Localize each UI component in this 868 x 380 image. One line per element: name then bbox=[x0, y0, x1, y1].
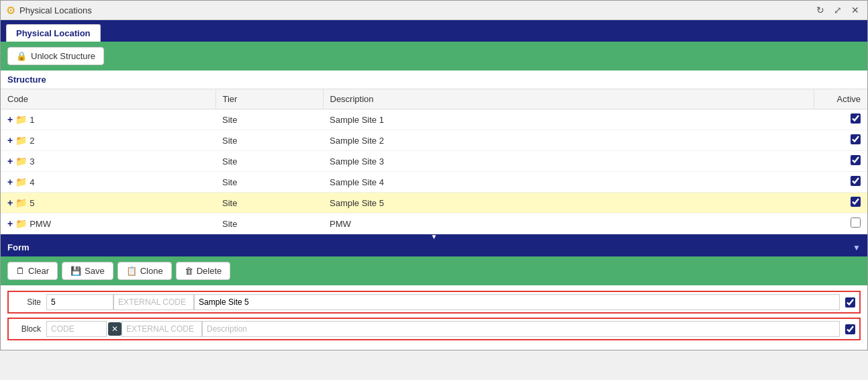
clear-icon: 🗒 bbox=[16, 266, 25, 276]
cell-tier: Site bbox=[215, 130, 323, 151]
clear-button[interactable]: 🗒 Clear bbox=[7, 262, 58, 280]
block-description-input[interactable] bbox=[202, 321, 840, 337]
folder-icon: 📁 bbox=[15, 177, 27, 187]
cell-tier: Site bbox=[215, 172, 323, 193]
expand-icon[interactable]: + bbox=[7, 135, 13, 146]
cell-code: +📁2 bbox=[1, 130, 215, 151]
cell-active bbox=[814, 172, 867, 193]
cell-code: +📁3 bbox=[1, 151, 215, 172]
cell-tier: Site bbox=[215, 109, 323, 130]
expand-icon[interactable]: + bbox=[7, 177, 13, 187]
folder-icon: 📁 bbox=[15, 135, 27, 146]
tab-bar: Physical Location bbox=[1, 20, 867, 42]
clone-button[interactable]: 📋 Clone bbox=[117, 262, 172, 280]
block-active-checkbox[interactable] bbox=[845, 324, 855, 334]
expand-icon[interactable]: + bbox=[7, 114, 13, 125]
cell-description: PMW bbox=[323, 213, 814, 234]
folder-icon: 📁 bbox=[15, 156, 27, 167]
table-row[interactable]: +📁1SiteSample Site 1 bbox=[1, 109, 867, 130]
cell-code: +📁PMW bbox=[1, 213, 215, 234]
table-row[interactable]: +📁5SiteSample Site 5 bbox=[1, 193, 867, 213]
clear-label: Clear bbox=[28, 266, 49, 276]
code-value: 5 bbox=[30, 198, 34, 208]
title-bar-left: ⚙ Physical Locations bbox=[6, 4, 92, 17]
cell-code: +📁4 bbox=[1, 172, 215, 193]
save-icon: 💾 bbox=[70, 266, 81, 276]
structure-header: Structure bbox=[1, 70, 867, 89]
cell-tier: Site bbox=[215, 151, 323, 172]
app-icon: ⚙ bbox=[6, 4, 15, 17]
block-label: Block bbox=[13, 324, 46, 334]
site-ext-code-input[interactable] bbox=[113, 294, 194, 310]
table-row[interactable]: +📁PMWSitePMW bbox=[1, 213, 867, 234]
structure-section: Structure Code Tier Description Active +… bbox=[1, 70, 867, 234]
table-header-row: Code Tier Description Active bbox=[1, 89, 867, 109]
lock-icon: 🔒 bbox=[16, 51, 27, 61]
cell-description: Sample Site 4 bbox=[323, 172, 814, 193]
site-active-checkbox[interactable] bbox=[845, 297, 855, 307]
folder-icon: 📁 bbox=[15, 114, 27, 125]
active-checkbox[interactable] bbox=[851, 176, 861, 186]
code-value: 1 bbox=[30, 115, 34, 125]
cell-active bbox=[814, 193, 867, 213]
cell-tier: Site bbox=[215, 213, 323, 234]
unlock-structure-button[interactable]: 🔒 Unlock Structure bbox=[7, 47, 104, 65]
delete-button[interactable]: 🗑 Delete bbox=[176, 262, 231, 280]
clone-icon: 📋 bbox=[126, 266, 137, 276]
active-checkbox[interactable] bbox=[851, 218, 861, 228]
code-value: 3 bbox=[30, 156, 34, 167]
unlock-label: Unlock Structure bbox=[31, 51, 95, 61]
col-description: Description bbox=[323, 89, 814, 109]
active-checkbox[interactable] bbox=[851, 113, 861, 124]
block-code-input[interactable] bbox=[46, 321, 107, 337]
active-checkbox[interactable] bbox=[851, 134, 861, 144]
expand-icon[interactable]: + bbox=[7, 218, 13, 229]
delete-icon: 🗑 bbox=[185, 266, 193, 276]
tab-label: Physical Location bbox=[16, 28, 91, 38]
cell-description: Sample Site 5 bbox=[323, 193, 814, 213]
close-button[interactable]: ✕ bbox=[849, 3, 862, 17]
main-window: ⚙ Physical Locations ↻ ⤢ ✕ Physical Loca… bbox=[0, 0, 868, 350]
cell-code: +📁1 bbox=[1, 109, 215, 130]
col-tier: Tier bbox=[215, 89, 323, 109]
expand-icon[interactable]: + bbox=[7, 156, 13, 167]
tab-physical-location[interactable]: Physical Location bbox=[6, 24, 101, 42]
col-code: Code bbox=[1, 89, 215, 109]
cell-code: +📁5 bbox=[1, 193, 215, 213]
title-bar-controls: ↻ ⤢ ✕ bbox=[814, 3, 862, 17]
site-description-input[interactable] bbox=[194, 294, 840, 310]
form-fields: Site Block ✕ bbox=[1, 285, 867, 350]
expand-icon[interactable]: + bbox=[7, 197, 13, 208]
active-checkbox[interactable] bbox=[851, 197, 861, 207]
refresh-button[interactable]: ↻ bbox=[814, 3, 827, 17]
code-value: 2 bbox=[30, 136, 34, 146]
table-row[interactable]: +📁3SiteSample Site 3 bbox=[1, 151, 867, 172]
cell-description: Sample Site 3 bbox=[323, 151, 814, 172]
clone-label: Clone bbox=[140, 266, 163, 276]
structure-table: Code Tier Description Active +📁1SiteSamp… bbox=[1, 89, 867, 234]
cell-active bbox=[814, 109, 867, 130]
site-label: Site bbox=[13, 297, 46, 307]
form-section: Form ▼ 🗒 Clear 💾 Save 📋 Clone 🗑 Delete bbox=[1, 238, 867, 350]
col-active: Active bbox=[814, 89, 867, 109]
title-bar: ⚙ Physical Locations ↻ ⤢ ✕ bbox=[1, 1, 867, 20]
save-label: Save bbox=[85, 266, 105, 276]
cell-tier: Site bbox=[215, 193, 323, 213]
folder-icon: 📁 bbox=[15, 218, 27, 229]
code-value: PMW bbox=[30, 219, 51, 229]
code-value: 4 bbox=[30, 177, 34, 187]
cell-description: Sample Site 2 bbox=[323, 130, 814, 151]
block-ext-code-input[interactable] bbox=[122, 321, 202, 337]
restore-button[interactable]: ⤢ bbox=[831, 3, 845, 17]
table-row[interactable]: +📁4SiteSample Site 4 bbox=[1, 172, 867, 193]
structure-toolbar: 🔒 Unlock Structure bbox=[1, 42, 867, 70]
save-button[interactable]: 💾 Save bbox=[62, 262, 113, 280]
window-title: Physical Locations bbox=[19, 5, 92, 15]
delete-label: Delete bbox=[197, 266, 222, 276]
site-form-row: Site bbox=[7, 291, 861, 314]
active-checkbox[interactable] bbox=[851, 155, 861, 165]
block-code-clear-button[interactable]: ✕ bbox=[108, 322, 122, 336]
table-row[interactable]: +📁2SiteSample Site 2 bbox=[1, 130, 867, 151]
site-code-input[interactable] bbox=[46, 294, 113, 310]
form-collapse-icon[interactable]: ▼ bbox=[853, 243, 861, 252]
